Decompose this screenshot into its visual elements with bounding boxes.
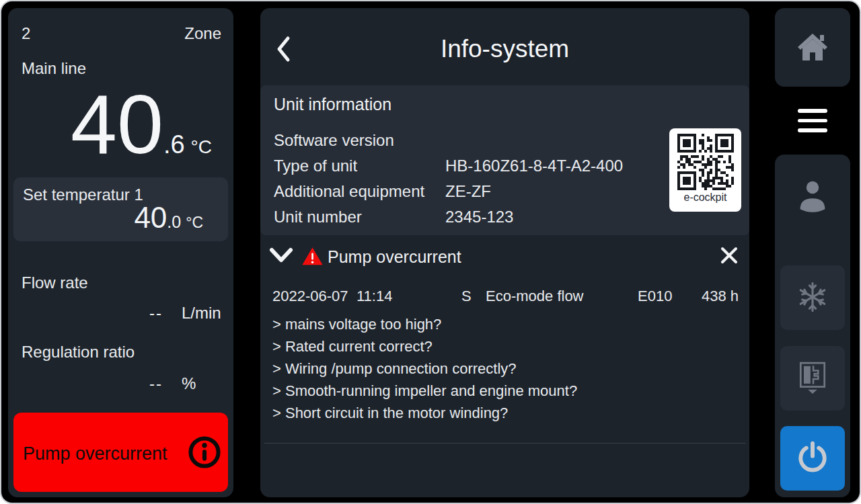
unit-number-value: 2345-123	[445, 208, 513, 226]
qr-code-image	[677, 134, 734, 190]
regulation-ratio-unit: %	[182, 374, 196, 393]
qr-label: e-cockpit	[669, 192, 741, 204]
unit-information-section: Unit information Software version Type o…	[260, 85, 749, 235]
unit-info-row: Type of unit HB-160Z61-8-4T-A2-400	[274, 157, 736, 178]
alarm-title: Pump overcurrent	[328, 247, 461, 267]
type-of-unit-value: HB-160Z61-8-4T-A2-400	[445, 157, 623, 175]
sidebar-group	[775, 155, 850, 497]
info-system-panel: Info-system Unit information Software ve…	[260, 8, 749, 497]
info-icon	[187, 435, 222, 472]
page-title: Info-system	[260, 35, 749, 63]
type-of-unit-label: Type of unit	[274, 157, 357, 175]
set-temperature-value: 40 .0 °C	[134, 201, 203, 235]
mold-button[interactable]	[780, 346, 845, 411]
pump-overcurrent-alert-button[interactable]: Pump overcurrent	[13, 413, 228, 492]
regulation-ratio-value: --	[89, 374, 163, 393]
mold-icon	[798, 361, 827, 396]
main-line-temperature: 40 .6 °C	[8, 81, 212, 168]
alarm-operating-hours: 438 h	[701, 288, 739, 305]
main-line-value-dec: .6	[163, 130, 185, 159]
regulation-ratio-row: -- %	[8, 374, 233, 394]
alarm-date: 2022-06-07	[272, 288, 357, 305]
main-line-unit: °C	[191, 136, 212, 158]
zone-panel: 2 Zone Main line 40 .6 °C Set temperatur…	[8, 8, 233, 497]
unit-info-row: Software version	[274, 131, 736, 153]
flow-rate-unit: L/min	[182, 304, 221, 323]
collapse-alarm-button[interactable]	[269, 247, 293, 265]
warning-icon	[301, 246, 324, 269]
flow-rate-value: --	[89, 304, 163, 323]
software-version-label: Software version	[274, 131, 394, 150]
set-temp-dec: .0	[167, 212, 181, 232]
flow-rate-label: Flow rate	[22, 274, 88, 292]
e-cockpit-qr: e-cockpit	[669, 128, 741, 212]
additional-equipment-value: ZE-ZF	[445, 182, 491, 201]
sidebar-item-menu-active[interactable]	[775, 89, 850, 153]
alarm-time: 11:14	[357, 288, 461, 305]
separator	[264, 443, 745, 444]
device-screen: 2 Zone Main line 40 .6 °C Set temperatur…	[0, 0, 861, 504]
unit-info-row: Additional equipment ZE-ZF	[274, 182, 736, 204]
sidebar	[775, 8, 850, 497]
unit-information-heading: Unit information	[274, 95, 391, 114]
close-icon	[720, 246, 739, 267]
snowflake-icon	[796, 280, 829, 316]
alarm-state: S	[461, 288, 486, 305]
menu-icon	[798, 109, 827, 132]
set-temp-unit: °C	[186, 214, 203, 232]
alert-label: Pump overcurrent	[23, 444, 167, 464]
zone-header: 2 Zone	[22, 24, 221, 43]
alarm-check-item: > Short circuit in the motor winding?	[272, 402, 577, 424]
sidebar-item-user[interactable]	[775, 175, 850, 222]
alarm-check-item: > mains voltage too high?	[272, 313, 577, 335]
sidebar-item-home[interactable]	[775, 8, 850, 87]
alarm-source: Eco-mode flow	[486, 288, 638, 305]
main-line-label: Main line	[22, 59, 86, 78]
zone-number: 2	[22, 24, 30, 43]
alarm-check-item: > Wiring /pump connection correctly?	[272, 358, 577, 380]
set-temp-int: 40	[134, 201, 167, 235]
main-line-value-int: 40	[71, 81, 163, 168]
regulation-ratio-label: Regulation ratio	[22, 343, 135, 362]
power-icon	[795, 440, 830, 477]
home-icon	[796, 31, 829, 64]
user-icon	[797, 178, 828, 219]
unit-info-row: Unit number 2345-123	[274, 208, 736, 229]
alarm-detail-row: 2022-06-07 11:14 S Eco-mode flow E010 43…	[272, 288, 739, 305]
unit-number-label: Unit number	[274, 208, 362, 226]
zone-label: Zone	[184, 24, 221, 43]
alarm-check-list: > mains voltage too high? > Rated curren…	[272, 313, 577, 424]
alarm-code: E010	[638, 288, 701, 305]
set-temperature-label: Set temperatur 1	[23, 185, 143, 204]
alarm-header: Pump overcurrent	[260, 243, 749, 273]
alarm-check-item: > Rated current correct?	[272, 335, 577, 358]
flow-rate-row: -- L/min	[8, 304, 233, 324]
alarm-check-item: > Smooth-running impeller and engine mou…	[272, 380, 577, 402]
chevron-down-icon	[269, 247, 293, 265]
close-alarm-button[interactable]	[720, 246, 739, 267]
set-temperature-field[interactable]: Set temperatur 1 40 .0 °C	[13, 177, 228, 241]
power-button[interactable]	[780, 426, 845, 491]
cooling-button[interactable]	[780, 265, 845, 330]
additional-equipment-label: Additional equipment	[274, 182, 424, 201]
